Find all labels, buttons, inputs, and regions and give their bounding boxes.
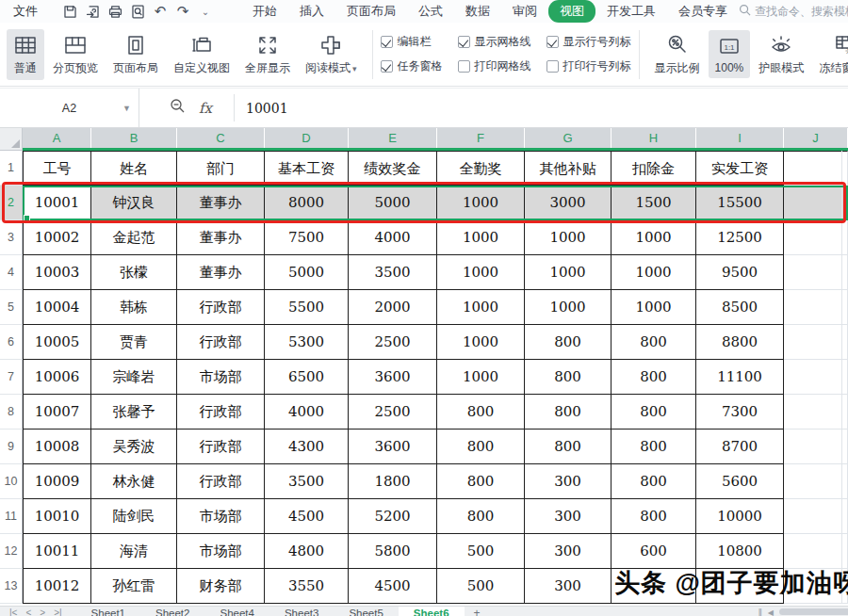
cell-E2[interactable]: 5000 (349, 186, 437, 220)
cell-G5[interactable]: 1000 (525, 290, 612, 325)
cell-A8[interactable]: 10007 (23, 395, 91, 430)
cell-H2[interactable]: 1500 (612, 186, 696, 220)
cell-D11[interactable]: 4500 (265, 499, 349, 534)
cell-G10[interactable]: 300 (525, 464, 612, 499)
cell-G6[interactable]: 800 (525, 325, 612, 360)
first-sheet-icon[interactable]: |< (9, 608, 17, 616)
cell-F7[interactable]: 1000 (437, 360, 525, 395)
cell-J12[interactable] (784, 534, 848, 569)
cell-B1[interactable]: 姓名 (91, 151, 177, 186)
cell-I11[interactable]: 10000 (696, 499, 784, 534)
cell-E13[interactable]: 4500 (349, 569, 437, 604)
cell-I7[interactable]: 11100 (696, 360, 784, 395)
cell-J11[interactable] (784, 499, 848, 534)
cell-B8[interactable]: 张馨予 (91, 395, 177, 430)
tab-view[interactable]: 视图 (548, 0, 595, 23)
cell-F2[interactable]: 1000 (437, 186, 525, 220)
cell-E4[interactable]: 3500 (349, 255, 437, 290)
cell-I12[interactable]: 10800 (696, 534, 784, 569)
cell-J9[interactable] (784, 430, 848, 464)
cell-H6[interactable]: 800 (612, 325, 696, 360)
cell-H12[interactable]: 600 (612, 534, 696, 569)
cell-A11[interactable]: 10010 (23, 499, 91, 534)
cell-B13[interactable]: 孙红雷 (91, 569, 177, 604)
cell-G2[interactable]: 3000 (525, 186, 612, 220)
cell-B9[interactable]: 吴秀波 (91, 430, 177, 464)
cell-F10[interactable]: 800 (437, 464, 525, 499)
cell-H7[interactable]: 800 (612, 360, 696, 395)
cell-D6[interactable]: 5300 (265, 325, 349, 360)
cell-F11[interactable]: 800 (437, 499, 525, 534)
cell-J5[interactable] (784, 290, 848, 325)
redo-icon[interactable]: ↷ (171, 2, 194, 21)
cell-J1[interactable] (784, 151, 848, 186)
checkbox-icon[interactable] (546, 60, 559, 73)
eye-protection-button[interactable]: 护眼模式 (752, 29, 810, 80)
column-header-i[interactable]: I (696, 128, 784, 148)
tab-developer[interactable]: 开发工具 (595, 1, 667, 22)
print-icon[interactable] (104, 2, 126, 21)
row-header-6[interactable]: 6 (0, 325, 23, 360)
cell-A1[interactable]: 工号 (23, 151, 91, 186)
zoom-scale-button[interactable]: 显示比例 (648, 29, 707, 80)
checkbox-icon[interactable] (458, 36, 470, 48)
cell-B12[interactable]: 海清 (91, 534, 177, 569)
cell-G12[interactable]: 300 (525, 534, 612, 569)
column-header-h[interactable]: H (612, 128, 696, 148)
checkbox-task-pane[interactable]: 任务窗格 (381, 57, 443, 76)
column-header-j[interactable]: J (784, 128, 848, 148)
column-header-a[interactable]: A (23, 128, 91, 148)
file-menu-button[interactable]: 文件 (13, 3, 38, 20)
cell-D13[interactable]: 3550 (265, 569, 349, 604)
select-all-corner[interactable] (0, 128, 23, 151)
cell-J10[interactable] (784, 464, 848, 499)
cell-E10[interactable]: 1800 (349, 464, 437, 499)
row-header-13[interactable]: 13 (0, 569, 23, 604)
cell-C3[interactable]: 董事办 (177, 220, 265, 255)
cell-F1[interactable]: 全勤奖 (437, 151, 525, 186)
checkbox-icon[interactable] (381, 36, 393, 48)
cell-F5[interactable]: 1000 (437, 290, 525, 325)
tab-splitter-handle[interactable]: ‖ (758, 607, 768, 616)
zoom-formula-icon[interactable] (170, 98, 186, 118)
reading-mode-button[interactable]: 阅读模式▾ (299, 29, 364, 80)
row-header-12[interactable]: 12 (0, 534, 23, 569)
column-header-g[interactable]: G (525, 128, 612, 148)
checkbox-icon[interactable] (381, 60, 393, 73)
cell-D7[interactable]: 6500 (265, 360, 349, 395)
cell-I2[interactable]: 15500 (696, 186, 784, 220)
save-icon[interactable] (58, 2, 81, 21)
cell-H5[interactable]: 1000 (612, 290, 696, 325)
next-sheet-icon[interactable]: > (40, 608, 45, 616)
row-header-11[interactable]: 11 (0, 499, 23, 534)
cell-C6[interactable]: 行政部 (177, 325, 265, 360)
export-icon[interactable] (81, 2, 104, 21)
cell-G13[interactable]: 300 (525, 569, 612, 604)
tab-sheet5[interactable]: Sheet5 (334, 607, 398, 616)
row-header-9[interactable]: 9 (0, 430, 23, 464)
tab-insert[interactable]: 插入 (288, 1, 335, 22)
view-fullscreen-button[interactable]: 全屏显示 (238, 29, 297, 80)
cell-E12[interactable]: 5800 (349, 534, 437, 569)
column-header-d[interactable]: D (265, 128, 349, 148)
cell-F4[interactable]: 1000 (437, 255, 525, 290)
cell-B5[interactable]: 韩栋 (91, 290, 177, 325)
cell-A13[interactable]: 10012 (23, 569, 91, 604)
view-pagelayout-button[interactable]: 页面布局 (106, 29, 165, 80)
cell-C10[interactable]: 行政部 (177, 464, 265, 499)
cell-E3[interactable]: 4000 (349, 220, 437, 255)
view-normal-button[interactable]: 普通 (7, 29, 44, 80)
name-box-dropdown-icon[interactable]: ▼ (122, 104, 131, 113)
cell-J7[interactable] (784, 360, 848, 395)
cell-I6[interactable]: 8800 (696, 325, 784, 360)
cell-G8[interactable]: 800 (525, 395, 612, 430)
row-header-5[interactable]: 5 (0, 290, 23, 325)
tab-home[interactable]: 开始 (241, 1, 288, 22)
tab-sheet6[interactable]: Sheet6 (399, 607, 465, 616)
cell-A9[interactable]: 10008 (23, 430, 91, 464)
undo-icon[interactable]: ↶ (149, 2, 171, 21)
cell-C7[interactable]: 市场部 (177, 360, 265, 395)
add-sheet-button[interactable]: + (465, 607, 490, 616)
cell-J8[interactable] (784, 395, 848, 430)
fill-handle[interactable] (24, 215, 30, 221)
